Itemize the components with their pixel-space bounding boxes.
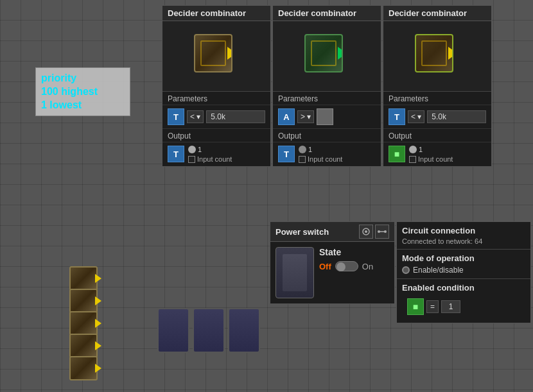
decider3-count-row: 1: [409, 146, 453, 153]
power-icon-buttons: [359, 225, 389, 239]
decider3-checkbox[interactable]: [409, 156, 416, 163]
decider2-signal: A: [283, 112, 289, 122]
toggle-row: Off On: [319, 261, 389, 271]
power-switch-sprite: [275, 247, 314, 298]
decider1-op[interactable]: < ▾: [187, 110, 204, 123]
decider2-arrow: [338, 47, 343, 60]
field-power-switch-3[interactable]: [228, 308, 260, 353]
decider1-count-row: 1: [188, 146, 232, 153]
decider3-output-label: Output: [383, 129, 491, 142]
decider1-panel: Decider combinator Parameters T < ▾ 5.0k…: [162, 5, 271, 167]
decider3-op[interactable]: < ▾: [408, 110, 424, 123]
power-connect-icon[interactable]: [375, 225, 389, 239]
decider1-count: 1: [198, 146, 202, 153]
decider1-params-row: T < ▾ 5.0k: [162, 105, 270, 129]
power-panel-header: Power switch: [270, 222, 394, 242]
decider3-signal-box[interactable]: T: [389, 108, 405, 125]
decider3-output-row: ■ 1 Input count: [383, 142, 491, 166]
decider1-signal-box[interactable]: T: [168, 108, 184, 125]
toggle-on-label: On: [362, 262, 373, 271]
decider1-title: Decider combinator: [162, 6, 270, 21]
decider2-title: Decider combinator: [273, 6, 381, 21]
decider3-output-item: 1 Input count: [409, 146, 453, 163]
decider2-op[interactable]: > ▾: [297, 110, 314, 123]
decider1-output-item: 1 Input count: [188, 146, 232, 163]
decider2-output-signal[interactable]: T: [278, 146, 295, 162]
decider2-output-label: Output: [273, 129, 381, 142]
decider3-params-label: Parameters: [383, 92, 491, 105]
decider3-body: [415, 34, 453, 72]
decider3-title: Decider combinator: [383, 6, 491, 21]
field-power-switch-1[interactable]: [157, 308, 189, 353]
circuit-network-text: Connected to network: 64: [402, 237, 525, 245]
decider1-params-label: Parameters: [162, 92, 270, 105]
decider2-count: 1: [308, 146, 312, 153]
decider1-input-count[interactable]: Input count: [188, 155, 232, 163]
enabled-title: Enabled condition: [402, 283, 525, 293]
decider3-output-signal[interactable]: ■: [389, 146, 405, 162]
decider3-count-circle: [409, 146, 417, 153]
circuit-panel: Circuit connection Connected to network:…: [396, 221, 531, 323]
mode-option: Enable/disable: [413, 266, 464, 275]
decider2-image: [273, 21, 381, 92]
svg-point-13: [384, 230, 387, 233]
decider1-checkbox[interactable]: [188, 156, 195, 163]
mode-radio[interactable]: [402, 266, 410, 274]
power-settings-icon[interactable]: [359, 225, 373, 239]
field-combinator-2[interactable]: [69, 289, 98, 313]
field-combinator-3[interactable]: [69, 311, 98, 336]
field-combinator-5[interactable]: [69, 356, 98, 380]
field-combinator-1[interactable]: [69, 266, 98, 291]
enabled-value[interactable]: 1: [441, 300, 460, 313]
decider3-sprite: [415, 34, 460, 79]
decider2-output-item: 1 Input count: [299, 146, 342, 163]
power-switch-panel: Power switch State Off On: [270, 221, 395, 304]
toggle-switch[interactable]: [335, 261, 358, 271]
mode-row: Enable/disable: [402, 266, 525, 275]
decider2-output-row: T 1 Input count: [273, 142, 381, 166]
decider2-panel: Decider combinator Parameters A > ▾ Outp…: [272, 5, 381, 167]
decider2-count-row: 1: [299, 146, 342, 153]
mode-title: Mode of operation: [402, 253, 525, 263]
decider2-body: [304, 34, 343, 72]
decider3-value[interactable]: 5.0k: [427, 110, 486, 123]
decider1-signal: T: [173, 112, 179, 122]
decider3-panel: Decider combinator Parameters T < ▾ 5.0k…: [383, 5, 492, 167]
decider1-sprite: [194, 34, 239, 79]
state-label: State: [319, 247, 389, 257]
decider2-value-box[interactable]: [317, 108, 333, 125]
decider2-count-circle: [299, 146, 306, 153]
svg-point-12: [378, 230, 380, 233]
decider3-params-row: T < ▾ 5.0k: [383, 105, 491, 129]
decider3-arrow: [448, 47, 453, 60]
svg-point-10: [365, 230, 367, 233]
decider2-signal-box[interactable]: A: [278, 108, 295, 125]
enabled-green-icon: ■: [413, 302, 418, 312]
decider1-count-circle: [188, 146, 196, 153]
decider1-output-signal[interactable]: T: [168, 146, 184, 162]
decider2-input-count[interactable]: Input count: [299, 155, 342, 163]
decider2-output-signal-text: T: [284, 149, 289, 159]
enabled-op[interactable]: =: [426, 300, 439, 313]
decider3-input-count[interactable]: Input count: [409, 155, 453, 163]
enabled-signal-box[interactable]: ■: [407, 298, 424, 315]
toggle-off-label: Off: [319, 262, 331, 271]
decider1-input-label: Input count: [197, 155, 232, 163]
decider3-count: 1: [419, 146, 423, 153]
priority-text: priority 100 highest 1 lowest: [41, 72, 98, 110]
priority-box: priority 100 highest 1 lowest: [35, 67, 130, 116]
decider3-image: [383, 21, 491, 92]
circuit-connection-section: Circuit connection Connected to network:…: [397, 222, 530, 250]
enabled-condition-section: Enabled condition ■ = 1: [397, 279, 530, 323]
state-area: State Off On: [319, 247, 389, 298]
decider3-signal: T: [394, 112, 399, 122]
field-combinator-4[interactable]: [69, 334, 98, 358]
decider2-checkbox[interactable]: [299, 156, 306, 163]
circuit-title: Circuit connection: [402, 226, 525, 235]
field-power-switch-2[interactable]: [193, 308, 225, 353]
decider3-input-label: Input count: [418, 155, 453, 163]
decider1-value[interactable]: 5.0k: [206, 110, 265, 123]
power-panel-title: Power switch: [275, 227, 329, 237]
mode-section: Mode of operation Enable/disable: [397, 250, 530, 279]
enabled-row: ■ = 1: [402, 294, 525, 319]
